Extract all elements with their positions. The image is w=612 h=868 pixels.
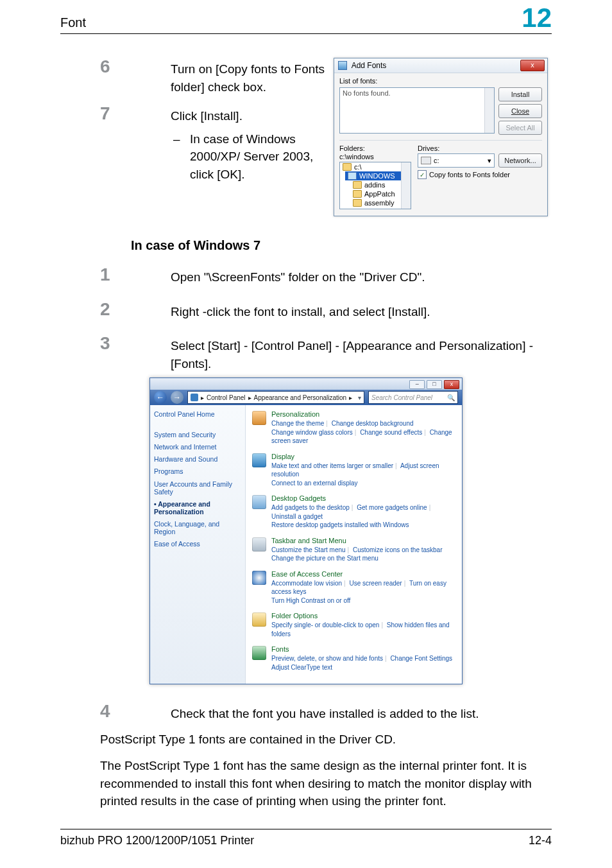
link-use-screen-reader[interactable]: Use screen reader — [349, 580, 402, 587]
category-folder-options[interactable]: Folder Options — [271, 612, 455, 620]
header-rule — [60, 33, 552, 34]
link-connect-external-display[interactable]: Connect to an external display — [271, 480, 358, 487]
folders-tree[interactable]: c:\ WINDOWS addins AppPatch assembly — [339, 162, 411, 209]
search-input[interactable]: Search Control Panel 🔍 — [368, 391, 458, 404]
copy-fonts-checkbox[interactable]: ✓ — [418, 170, 427, 179]
select-all-button[interactable]: Select All — [498, 121, 542, 135]
link-get-more-gadgets[interactable]: Get more gadgets online — [357, 504, 427, 511]
network-button[interactable]: Network... — [498, 153, 542, 168]
divider — [339, 140, 542, 141]
folder-item-addins[interactable]: addins — [364, 181, 385, 189]
link-change-sound-effects[interactable]: Change sound effects — [360, 429, 422, 436]
nav-forward-button[interactable]: → — [171, 391, 183, 404]
folder-item-windows[interactable]: WINDOWS — [359, 172, 395, 180]
link-customize-taskbar-icons[interactable]: Customize icons on the taskbar — [353, 546, 443, 553]
scrollbar[interactable] — [484, 88, 494, 133]
category-ease-of-access[interactable]: Ease of Access Center — [271, 570, 455, 578]
link-adjust-cleartype[interactable]: Adjust ClearType text — [271, 664, 332, 671]
fonts-list-content: No fonts found. — [343, 89, 391, 97]
link-change-window-glass-colors[interactable]: Change window glass colors — [271, 429, 353, 436]
fonts-icon — [252, 646, 266, 660]
step-3-text: Select [Start] - [Control Panel] - [Appe… — [171, 334, 552, 372]
sidebar-home[interactable]: Control Panel Home — [154, 410, 241, 418]
minimize-icon[interactable]: – — [409, 380, 425, 389]
footer-rule — [60, 829, 552, 829]
step-1-text: Open "\ScreenFonts" folder on the "Drive… — [171, 266, 552, 286]
category-taskbar-start-menu[interactable]: Taskbar and Start Menu — [271, 537, 455, 544]
category-desktop-gadgets[interactable]: Desktop Gadgets — [271, 494, 455, 502]
breadcrumb-sep: ▸ — [248, 394, 251, 401]
paragraph-postscript-location: PostScript Type 1 fonts are contained in… — [100, 731, 552, 749]
close-icon[interactable]: x — [520, 60, 545, 71]
link-single-double-click[interactable]: Specify single- or double-click to open — [271, 621, 379, 629]
folder-icon — [348, 172, 357, 180]
link-change-desktop-background[interactable]: Change desktop background — [332, 420, 414, 427]
scrollbar[interactable] — [401, 162, 411, 209]
drives-select[interactable]: c: ▾ — [418, 153, 495, 168]
chevron-down-icon: ▾ — [488, 157, 491, 165]
search-icon: 🔍 — [447, 394, 455, 401]
step-4-text: Check that the font you have installed i… — [171, 702, 552, 723]
control-panel-window: – □ x ← → ▸ Control Panel ▸ Appearance a… — [149, 378, 463, 684]
category-fonts[interactable]: Fonts — [271, 645, 455, 653]
breadcrumb-appearance[interactable]: Appearance and Personalization — [254, 394, 347, 401]
folders-path-text: c:\windows — [339, 153, 411, 161]
section-heading-windows-7: In case of Windows 7 — [131, 238, 552, 253]
link-customize-start-menu[interactable]: Customize the Start menu — [271, 546, 346, 553]
sidebar-item-hardware-sound[interactable]: Hardware and Sound — [154, 455, 241, 463]
folder-item-c[interactable]: c:\ — [354, 163, 362, 171]
link-uninstall-gadget[interactable]: Uninstall a gadget — [271, 513, 323, 520]
desktop-gadgets-icon — [252, 495, 266, 509]
drive-icon — [421, 157, 431, 164]
folder-item-assembly[interactable]: assembly — [364, 199, 394, 207]
link-change-start-menu-picture[interactable]: Change the picture on the Start menu — [271, 555, 378, 562]
display-icon — [252, 453, 266, 467]
step-2-text: Right -click the font to install, and se… — [171, 300, 552, 321]
control-panel-main: Personalization Change the theme| Change… — [246, 405, 462, 684]
window-control-buttons[interactable]: – □ x — [409, 379, 459, 389]
link-restore-gadgets[interactable]: Restore desktop gadgets installed with W… — [271, 521, 409, 528]
search-placeholder: Search Control Panel — [371, 394, 432, 401]
taskbar-start-menu-icon — [252, 537, 266, 551]
folders-label: Folders: — [339, 144, 411, 152]
dialog-title: Add Fonts — [338, 61, 386, 71]
maximize-icon[interactable]: □ — [427, 380, 442, 389]
nav-back-button[interactable]: ← — [154, 391, 167, 404]
bullet-dash: – — [171, 130, 190, 184]
folder-item-apppatch[interactable]: AppPatch — [364, 190, 395, 198]
category-personalization[interactable]: Personalization — [271, 410, 455, 418]
link-change-font-settings[interactable]: Change Font Settings — [390, 655, 452, 662]
step-number-7: 7 — [100, 103, 110, 123]
link-change-theme[interactable]: Change the theme — [271, 420, 324, 427]
sidebar-item-clock-language-region[interactable]: Clock, Language, and Region — [154, 520, 241, 535]
sidebar-item-network-internet[interactable]: Network and Internet — [154, 443, 241, 451]
link-high-contrast[interactable]: Turn High Contrast on or off — [271, 597, 350, 604]
dialog-title-text: Add Fonts — [352, 61, 387, 70]
category-display[interactable]: Display — [271, 453, 455, 460]
sidebar-item-ease-of-access[interactable]: Ease of Access — [154, 540, 241, 548]
refresh-dropdown-icon[interactable]: ▾ — [358, 394, 361, 401]
header-section-title: Font — [60, 15, 86, 30]
sidebar-item-programs[interactable]: Programs — [154, 467, 241, 475]
copy-fonts-checkbox-label: Copy fonts to Fonts folder — [429, 171, 510, 178]
header-chapter-number: 12 — [522, 3, 552, 33]
personalization-icon — [252, 411, 266, 425]
install-button[interactable]: Install — [498, 87, 542, 101]
link-text-larger-smaller[interactable]: Make text and other items larger or smal… — [271, 462, 393, 469]
sidebar-item-appearance[interactable]: • Appearance and Personalization — [154, 500, 241, 516]
step-number-1: 1 — [100, 265, 110, 284]
fonts-listbox[interactable]: No fonts found. — [339, 87, 495, 134]
breadcrumb-control-panel[interactable]: Control Panel — [207, 394, 246, 401]
address-bar[interactable]: ▸ Control Panel ▸ Appearance and Persona… — [187, 391, 364, 404]
close-icon[interactable]: x — [444, 380, 459, 389]
close-button[interactable]: Close — [498, 104, 542, 118]
step-number-3: 3 — [100, 333, 110, 353]
step-number-4: 4 — [100, 701, 110, 721]
sidebar-item-system-security[interactable]: System and Security — [154, 431, 241, 438]
link-accommodate-low-vision[interactable]: Accommodate low vision — [271, 580, 342, 587]
link-add-gadgets[interactable]: Add gadgets to the desktop — [271, 504, 350, 511]
folder-icon — [353, 181, 362, 189]
footer-product-name: bizhub PRO 1200/1200P/1051 Printer — [60, 834, 254, 847]
sidebar-item-user-accounts[interactable]: User Accounts and Family Safety — [154, 480, 241, 496]
link-preview-delete-fonts[interactable]: Preview, delete, or show and hide fonts — [271, 655, 383, 662]
